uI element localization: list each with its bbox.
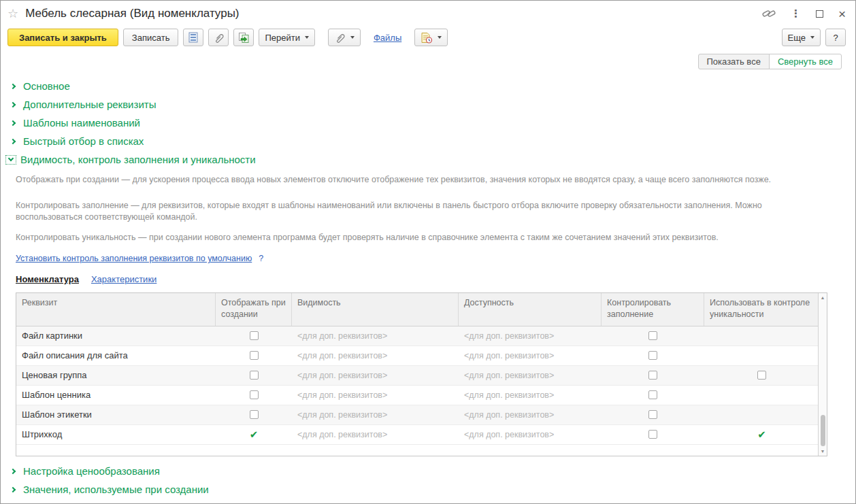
display-on-create-cell[interactable]	[216, 390, 292, 399]
uniqueness-cell[interactable]	[704, 371, 818, 380]
structure-button[interactable]	[183, 29, 203, 46]
tab-nomenklatura[interactable]: Номенклатура	[16, 274, 79, 284]
col-uniqueness[interactable]: Использовать в контроле уникальности	[704, 293, 818, 326]
checkbox[interactable]	[250, 410, 259, 419]
visibility-cell[interactable]: <для доп. реквизитов>	[292, 371, 459, 380]
checkbox[interactable]	[250, 331, 259, 340]
kebab-menu-icon[interactable]: ⋮	[791, 7, 801, 20]
checkbox[interactable]	[757, 371, 766, 380]
availability-cell[interactable]: <для доп. реквизитов>	[459, 331, 602, 341]
checkbox[interactable]	[648, 390, 657, 399]
display-on-create-cell[interactable]: ✔	[216, 429, 292, 439]
chevron-down-icon	[350, 36, 355, 39]
history-dropdown-button[interactable]	[414, 29, 448, 46]
visibility-cell[interactable]: <для доп. реквизитов>	[292, 390, 459, 400]
uniqueness-cell[interactable]: ✔	[704, 429, 818, 439]
control-fill-cell[interactable]	[602, 410, 704, 419]
save-close-button[interactable]: Записать и закрыть	[7, 29, 118, 46]
col-availability[interactable]: Доступность	[459, 293, 602, 326]
more-button[interactable]: Еще	[782, 29, 821, 46]
help-button[interactable]: ?	[825, 29, 846, 46]
section-nastroyka-cenoobrazovaniya[interactable]: Настройка ценообразования	[1, 462, 855, 480]
control-fill-cell[interactable]	[602, 430, 704, 439]
col-control-fill[interactable]: Контролировать заполнение	[602, 293, 704, 326]
link-icon[interactable]	[762, 8, 776, 19]
control-fill-cell[interactable]	[602, 351, 704, 360]
section-dopolnitelnye-svedeniya[interactable]: Дополнительные сведения	[1, 499, 855, 504]
checkbox[interactable]	[648, 331, 657, 340]
visibility-cell[interactable]: <для доп. реквизитов>	[292, 351, 459, 360]
section-shablony-naimenovaniy[interactable]: Шаблоны наименований	[1, 114, 855, 132]
section-label: Шаблоны наименований	[23, 117, 140, 129]
list-icon	[188, 32, 198, 43]
checkbox[interactable]	[250, 351, 259, 360]
control-fill-cell[interactable]	[602, 390, 704, 399]
section-osnovnoe[interactable]: Основное	[1, 77, 855, 95]
attribute-name-cell: Шаблон этикетки	[16, 409, 216, 420]
availability-cell[interactable]: <для доп. реквизитов>	[459, 410, 602, 420]
attribute-table-rows: Файл картинки<для доп. реквизитов><для д…	[16, 326, 818, 445]
availability-cell[interactable]: <для доп. реквизитов>	[459, 430, 602, 439]
attributes-table: Реквизит Отображать при создании Видимос…	[16, 292, 827, 456]
display-on-create-cell[interactable]	[216, 371, 292, 380]
checkbox[interactable]	[648, 371, 657, 380]
checkbox[interactable]	[250, 371, 259, 380]
tab-kharakteristiki[interactable]: Характеристики	[91, 274, 157, 284]
checkbox[interactable]	[648, 351, 657, 360]
section-bystryy-otbor[interactable]: Быстрый отбор в списках	[1, 132, 855, 150]
col-display-on-create[interactable]: Отображать при создании	[216, 293, 292, 326]
availability-cell[interactable]: <для доп. реквизитов>	[459, 371, 602, 380]
control-fill-cell[interactable]	[602, 371, 704, 380]
table-row[interactable]: Шаблон ценника<для доп. реквизитов><для …	[16, 386, 818, 405]
scrollbar-thumb[interactable]	[821, 415, 825, 446]
scrollbar-up-icon[interactable]: ▲	[819, 295, 827, 300]
col-visibility[interactable]: Видимость	[292, 293, 459, 326]
table-row[interactable]: Шаблон этикетки<для доп. реквизитов><для…	[16, 405, 818, 425]
visibility-cell[interactable]: <для доп. реквизитов>	[292, 430, 459, 439]
table-row[interactable]: Файл картинки<для доп. реквизитов><для д…	[16, 326, 818, 346]
section-vidimost-expanded[interactable]: Видимость, контроль заполнения и уникаль…	[1, 150, 855, 169]
collapse-all-button[interactable]: Свернуть все	[769, 54, 842, 69]
checked-mark-icon[interactable]: ✔	[757, 429, 766, 439]
checkbox[interactable]	[648, 410, 657, 419]
table-row[interactable]: Штрихкод✔<для доп. реквизитов><для доп. …	[16, 425, 818, 445]
checkbox[interactable]	[648, 430, 657, 439]
col-rekvizit[interactable]: Реквизит	[16, 293, 216, 326]
table-row[interactable]: Файл описания для сайта<для доп. реквизи…	[16, 346, 818, 366]
checkbox[interactable]	[250, 390, 259, 399]
display-on-create-cell[interactable]	[216, 351, 292, 360]
scrollbar-down-icon[interactable]: ▼	[819, 449, 827, 454]
save-button[interactable]: Записать	[123, 29, 179, 46]
display-on-create-cell[interactable]	[216, 331, 292, 340]
table-scrollbar[interactable]: ▲ ▼	[818, 293, 827, 456]
attach-button[interactable]	[208, 29, 229, 46]
checked-mark-icon[interactable]: ✔	[250, 429, 259, 439]
display-on-create-cell[interactable]	[216, 410, 292, 419]
goto-button[interactable]: Перейти	[259, 29, 315, 46]
chevron-right-icon	[10, 486, 16, 492]
control-fill-cell[interactable]	[602, 331, 704, 340]
table-row[interactable]: Ценовая группа<для доп. реквизитов><для …	[16, 366, 818, 386]
document-clock-icon	[421, 32, 433, 44]
show-all-button[interactable]: Показать все	[698, 54, 770, 69]
section-znacheniya-pri-sozdanii[interactable]: Значения, используемые при создании	[1, 480, 855, 499]
table-header: Реквизит Отображать при создании Видимос…	[16, 293, 818, 326]
files-link[interactable]: Файлы	[374, 33, 401, 43]
chevron-right-icon	[10, 120, 16, 125]
chevron-right-icon	[10, 83, 16, 88]
link-help-icon[interactable]: ?	[259, 254, 263, 263]
attribute-name-cell: Ценовая группа	[16, 370, 216, 380]
close-icon[interactable]: ×	[838, 7, 846, 20]
favorite-star-icon[interactable]: ☆	[7, 7, 18, 20]
maximize-icon[interactable]	[816, 10, 823, 18]
visibility-cell[interactable]: <для доп. реквизитов>	[292, 331, 459, 341]
visibility-cell[interactable]: <для доп. реквизитов>	[292, 410, 459, 420]
availability-cell[interactable]: <для доп. реквизитов>	[459, 390, 602, 400]
window-title: Мебель слесарная (Вид номенклатуры)	[25, 7, 239, 20]
visibility-section-content: Отображать при создании — для ускорения …	[1, 169, 855, 456]
attachments-dropdown-button[interactable]	[328, 29, 361, 46]
set-default-control-link[interactable]: Установить контроль заполнения реквизито…	[16, 254, 252, 263]
section-dop-rekvizity[interactable]: Дополнительные реквизиты	[1, 95, 855, 114]
copy-button[interactable]	[233, 29, 254, 46]
availability-cell[interactable]: <для доп. реквизитов>	[459, 351, 602, 360]
